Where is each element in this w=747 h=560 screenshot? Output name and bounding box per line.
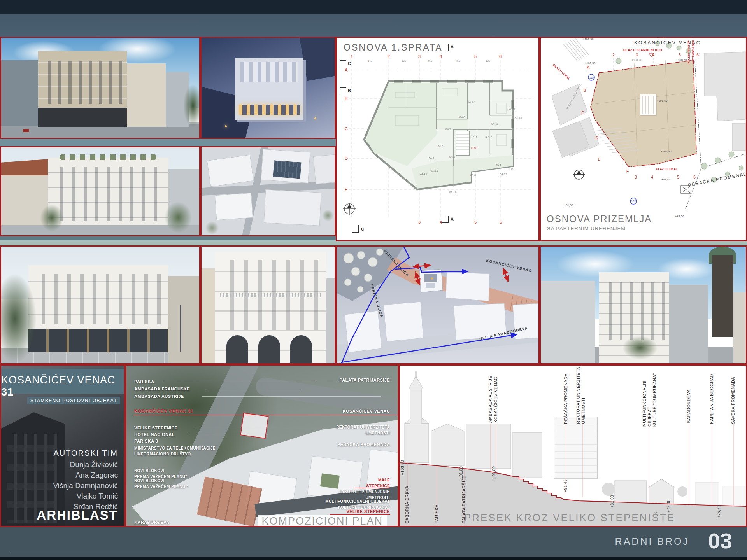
svg-text:04.11: 04.11 [491, 122, 498, 126]
label-leader [195, 427, 321, 427]
studio-name: ARHIBLAST [37, 508, 118, 523]
project-title-main: KOSANČIĆEV VENAC [1, 374, 116, 386]
left-building [1, 60, 38, 126]
promenade-label: PEŠAČKA PROMENADA [687, 171, 746, 187]
elevation-101-00-a: +101,00 [459, 466, 463, 481]
team-heading: AUTORSKI TIM [53, 449, 118, 458]
floor-plan-drawing: 1 2 3 4 5 6' 3 4 5 6 A B C D E 540 630 4… [337, 38, 538, 240]
room-fill [437, 83, 468, 130]
comp-label-pariska: PARISKA [134, 379, 154, 385]
comp-label-kosancicev-venac-31: KOSANČIĆEV VENAC 31 [134, 408, 193, 414]
section-panel: AMBASADA AUSTRIJE KOSANČIĆEV VENAC PEŠAČ… [399, 364, 747, 527]
svg-text:03.8: 03.8 [470, 173, 476, 177]
svg-text:ULAZ U LOKAL: ULAZ U LOKAL [656, 167, 678, 171]
project-subtitle: STAMBENO POSLOVNI OBJEKAT [27, 397, 120, 404]
residential-entrance-label: ULAZ U STAMBENI DEO [623, 48, 662, 52]
axon-site-model-panel: PARISKA ULICA PARISKA ULICA KOSANČIĆEV V… [336, 245, 540, 364]
svg-text:03.12: 03.12 [500, 173, 507, 176]
label-leader [224, 380, 338, 380]
project-building-section [554, 417, 598, 478]
fading-building [696, 482, 719, 506]
section-label-savska: SAVSKA PROMENADA [731, 377, 736, 424]
comp-label-pesacka-promenada: PEŠAČKA PROMENADA [337, 442, 390, 448]
svg-text:540: 540 [368, 60, 372, 62]
church-tower-cap [409, 376, 423, 389]
comp-label-novi-blokovi-1: NOVI BLOKOVI PREMA VAŽEĆEM PLANU* [134, 468, 187, 480]
svg-text:03.9: 03.9 [509, 167, 514, 171]
svg-text:04.7: 04.7 [445, 128, 451, 131]
tree [165, 202, 192, 233]
right-building [127, 63, 166, 127]
svg-text:122: 122 [631, 200, 636, 203]
section-label-pesacka-promenada: PEŠAČKA PROMENADA [563, 373, 568, 424]
label-leader [163, 382, 317, 382]
svg-text:B: B [345, 96, 347, 101]
team-member: Vlajko Tomić [53, 492, 118, 500]
mid-building [669, 285, 708, 364]
footer-label: RADNI BROJ [615, 536, 689, 547]
svg-text:C: C [348, 61, 351, 66]
block [513, 303, 538, 339]
footer-rule [10, 551, 737, 551]
svg-text:04.14: 04.14 [515, 117, 522, 120]
composition-plan-panel: PARISKA AMBASADA FRANCUSKE AMBASADA AUST… [125, 364, 399, 527]
footer-number: 03 [708, 528, 732, 553]
comp-label-ministarstvo: MINISTARSTVO ZA TELEKOMUNIKACIJE I INFOR… [134, 446, 216, 457]
building [431, 431, 464, 466]
footer-bottom-stripe [0, 557, 747, 560]
svg-text:4: 4 [651, 175, 653, 179]
roof [215, 193, 253, 220]
solar-roof [273, 161, 302, 179]
street-lamp [225, 125, 227, 127]
site-plan-title: OSNOVA PRIZEMLJA [547, 214, 652, 224]
comp-label-ambasada-francuske: AMBASADA FRANCUSKE [134, 386, 190, 392]
label-leader [206, 389, 302, 389]
block [384, 302, 423, 341]
storefront [38, 108, 127, 127]
stair-core [456, 131, 469, 155]
section-label-karadjordjeva: KARAĐORĐEVA [686, 389, 691, 423]
svg-text:03.13: 03.13 [431, 169, 438, 172]
svg-text:04.2: 04.2 [449, 155, 455, 158]
elevation-81-00: +81,00 [610, 495, 614, 508]
street [326, 278, 336, 364]
svg-text:6': 6' [696, 53, 700, 57]
section-ground-label-saborna-crkva: SABORNA CRKVA [405, 486, 410, 523]
svg-text:04.6: 04.6 [438, 145, 444, 148]
building [513, 432, 542, 477]
roof [313, 154, 336, 184]
svg-text:2: 2 [612, 53, 615, 57]
render-arcade-building-panel [200, 245, 336, 364]
render-street-photo-panel [540, 245, 747, 364]
roof-terrace-greenery [60, 154, 157, 160]
svg-text:620: 620 [486, 60, 490, 62]
render-corner-building-panel [0, 37, 200, 139]
svg-text:3: 3 [635, 175, 637, 179]
window-band [32, 274, 165, 324]
site-plan-panel: HOTEL NACIONAL [540, 37, 747, 241]
top-band [0, 0, 747, 37]
site-plan-subtitle: SA PARTERNIM UREĐENJEM [547, 226, 626, 231]
low-building [615, 481, 647, 504]
svg-text:+100,50: +100,50 [676, 58, 687, 62]
svg-text:A: A [587, 65, 590, 70]
svg-text:3: 3 [418, 220, 421, 224]
svg-text:04.13: 04.13 [508, 107, 515, 111]
svg-text:1: 1 [351, 54, 353, 59]
project-title: KOSANČIĆEV VENAC 31 [1, 374, 119, 398]
svg-text:B: B [584, 88, 586, 93]
section-label-multifunkcionalni: MULTIFUNKCIONALNI OBJEKAT KULTURE "DUMRU… [642, 366, 657, 427]
svg-text:+101,60: +101,60 [661, 150, 671, 153]
svg-text:4: 4 [440, 220, 442, 224]
church-tower [712, 255, 733, 337]
svg-text:C: C [581, 111, 584, 115]
comp-label-kosancicev-venac: KOSANČIĆEV VENAC [343, 408, 390, 415]
svg-text:+91,55: +91,55 [564, 203, 573, 207]
svg-text:3: 3 [418, 54, 421, 59]
building [466, 424, 511, 469]
svg-text:D: D [345, 156, 348, 161]
balcony-band [601, 282, 667, 340]
model-courtyard-green [320, 473, 340, 488]
composition-plan-title: KOMPOZICIONI PLAN [258, 515, 387, 527]
north-compass-icon [343, 203, 356, 215]
